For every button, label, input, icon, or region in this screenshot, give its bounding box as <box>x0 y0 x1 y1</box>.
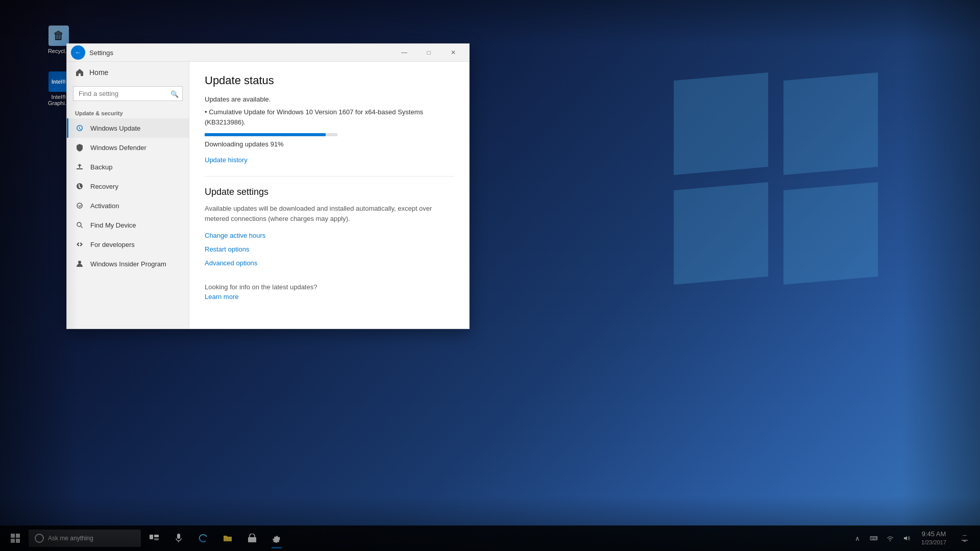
nav-label-activation: Activation <box>90 202 119 210</box>
nav-item-windows-update[interactable]: Windows Update <box>67 118 189 138</box>
activation-icon <box>75 201 84 210</box>
search-circle-icon <box>35 534 44 543</box>
window-title: Settings <box>89 49 393 57</box>
nav-item-find-my-device[interactable]: Find My Device <box>67 215 189 235</box>
nav-label-windows-defender: Windows Defender <box>90 144 146 152</box>
recovery-icon <box>75 182 84 191</box>
tray-expand-button[interactable]: ∧ <box>850 527 865 549</box>
task-view-button[interactable] <box>143 527 165 549</box>
windows-insider-icon <box>75 259 84 268</box>
nav-label-windows-insider: Windows Insider Program <box>90 260 166 268</box>
main-content: Update status Updates are available. • C… <box>189 62 469 329</box>
windows-logo-bg <box>674 77 878 281</box>
home-icon <box>75 68 84 77</box>
nav-item-windows-insider[interactable]: Windows Insider Program <box>67 254 189 273</box>
nav-label-backup: Backup <box>90 163 112 171</box>
divider <box>205 176 454 177</box>
update-detail: • Cumulative Update for Windows 10 Versi… <box>205 107 454 127</box>
progress-bar-container <box>205 133 337 136</box>
update-history-link[interactable]: Update history <box>205 156 454 164</box>
svg-rect-6 <box>16 539 20 543</box>
svg-rect-8 <box>154 535 159 537</box>
nav-label-recovery: Recovery <box>90 183 118 190</box>
svg-rect-4 <box>16 534 20 538</box>
nav-item-for-developers[interactable]: For developers <box>67 235 189 254</box>
backup-icon <box>75 162 84 171</box>
svg-point-1 <box>77 222 81 227</box>
section-links: Change active hours Restart options Adva… <box>205 232 454 271</box>
home-label: Home <box>89 68 108 77</box>
svg-rect-16 <box>963 535 967 536</box>
microphone-button[interactable] <box>167 527 190 549</box>
title-bar: ← Settings — □ ✕ <box>67 44 469 62</box>
settings-window: ← Settings — □ ✕ Home <box>66 43 470 329</box>
desktop: 🗑 Recycl... Intel® Intel® Graphi... ← Se… <box>0 0 980 551</box>
nav-item-recovery[interactable]: Recovery <box>67 177 189 196</box>
close-button[interactable]: ✕ <box>442 45 465 60</box>
search-icon: 🔍 <box>170 90 179 97</box>
progress-bar-fill <box>205 133 326 136</box>
windows-defender-icon <box>75 143 84 152</box>
settings-taskbar-button[interactable] <box>265 527 288 549</box>
svg-rect-10 <box>177 534 180 539</box>
for-developers-icon <box>75 240 84 249</box>
store-button[interactable] <box>241 527 263 549</box>
back-button[interactable]: ← <box>71 45 85 60</box>
taskbar: Ask me anything <box>0 525 980 551</box>
tray-volume-icon[interactable] <box>899 527 914 549</box>
nav-label-windows-update: Windows Update <box>90 124 140 132</box>
tray-network-icon[interactable] <box>883 527 898 549</box>
search-box: 🔍 <box>73 86 183 101</box>
taskbar-search[interactable]: Ask me anything <box>29 530 141 547</box>
svg-point-0 <box>77 203 82 208</box>
sidebar-home[interactable]: Home <box>67 62 189 83</box>
change-active-hours-link[interactable]: Change active hours <box>205 232 454 239</box>
sidebar: Home 🔍 Update & security Windows Update <box>67 62 189 329</box>
update-settings-desc: Available updates will be downloaded and… <box>205 204 454 223</box>
file-explorer-button[interactable] <box>216 527 239 549</box>
taskbar-tray: ∧ ⌨ <box>850 527 914 549</box>
clock-date: 1/23/2017 <box>921 539 946 546</box>
svg-rect-3 <box>11 534 15 538</box>
clock-time: 9:45 AM <box>922 530 946 539</box>
nav-label-for-developers: For developers <box>90 241 135 248</box>
notification-button[interactable] <box>953 527 976 549</box>
nav-item-activation[interactable]: Activation <box>67 196 189 215</box>
svg-rect-5 <box>11 539 15 543</box>
svg-point-13 <box>251 539 253 541</box>
restart-options-link[interactable]: Restart options <box>205 245 454 253</box>
minimize-button[interactable]: — <box>393 45 416 60</box>
edge-button[interactable] <box>192 527 214 549</box>
advanced-options-link[interactable]: Advanced options <box>205 259 454 267</box>
taskbar-search-text: Ask me anything <box>48 535 93 542</box>
nav-item-windows-defender[interactable]: Windows Defender <box>67 138 189 157</box>
start-button[interactable] <box>4 527 27 549</box>
taskbar-clock[interactable]: 9:45 AM 1/23/2017 <box>916 527 951 549</box>
section-label: Update & security <box>67 107 189 118</box>
svg-point-2 <box>78 261 81 264</box>
nav-item-backup[interactable]: Backup <box>67 157 189 177</box>
window-content: Home 🔍 Update & security Windows Update <box>67 62 469 329</box>
search-input[interactable] <box>73 86 183 101</box>
learn-more-link[interactable]: Learn more <box>205 293 454 300</box>
windows-update-icon <box>75 123 84 133</box>
find-my-device-icon <box>75 220 84 230</box>
update-status-title: Update status <box>205 74 454 87</box>
tray-keyboard-icon[interactable]: ⌨ <box>866 527 881 549</box>
status-text: Updates are available. <box>205 95 454 103</box>
svg-rect-7 <box>150 535 153 539</box>
svg-rect-15 <box>964 541 966 542</box>
svg-rect-9 <box>154 538 159 540</box>
window-controls: — □ ✕ <box>393 45 465 60</box>
nav-label-find-my-device: Find My Device <box>90 221 136 229</box>
update-settings-title: Update settings <box>205 187 454 197</box>
progress-text: Downloading updates 91% <box>205 140 454 148</box>
svg-rect-14 <box>962 540 968 541</box>
looking-for-text: Looking for info on the latest updates? <box>205 283 454 291</box>
active-indicator <box>67 118 68 138</box>
maximize-button[interactable]: □ <box>417 45 440 60</box>
